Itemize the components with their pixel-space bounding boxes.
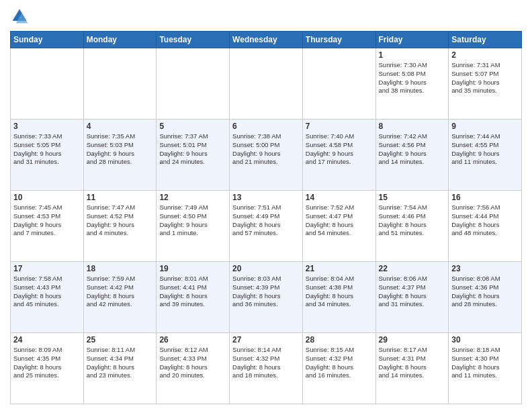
day-number: 13 [232,193,300,202]
day-number: 8 [379,122,446,131]
day-info: Sunrise: 7:40 AM Sunset: 4:58 PM Dayligh… [306,132,373,167]
day-number: 19 [159,264,226,273]
logo [10,7,32,26]
calendar-cell: 24Sunrise: 8:09 AM Sunset: 4:35 PM Dayli… [11,333,84,404]
day-info: Sunrise: 8:01 AM Sunset: 4:41 PM Dayligh… [159,275,226,309]
calendar-cell: 17Sunrise: 7:58 AM Sunset: 4:43 PM Dayli… [11,262,84,333]
calendar-cell: 11Sunrise: 7:47 AM Sunset: 4:52 PM Dayli… [83,191,157,262]
day-info: Sunrise: 7:47 AM Sunset: 4:52 PM Dayligh… [87,203,154,238]
day-info: Sunrise: 8:04 AM Sunset: 4:38 PM Dayligh… [306,275,373,309]
day-info: Sunrise: 8:03 AM Sunset: 4:39 PM Dayligh… [232,275,300,309]
calendar-cell: 7Sunrise: 7:40 AM Sunset: 4:58 PM Daylig… [302,120,375,191]
day-info: Sunrise: 8:18 AM Sunset: 4:30 PM Dayligh… [451,346,519,380]
calendar-cell: 2Sunrise: 7:31 AM Sunset: 5:07 PM Daylig… [449,48,522,120]
calendar-week-row: 17Sunrise: 7:58 AM Sunset: 4:43 PM Dayli… [11,262,522,333]
day-number: 16 [451,193,519,202]
day-number: 18 [87,264,154,273]
day-number: 25 [87,335,154,345]
calendar-cell: 26Sunrise: 8:12 AM Sunset: 4:33 PM Dayli… [157,333,230,404]
calendar-cell: 13Sunrise: 7:51 AM Sunset: 4:49 PM Dayli… [230,191,303,262]
calendar-header-monday: Monday [83,32,157,48]
calendar-cell [230,48,303,120]
day-number: 1 [379,50,446,60]
day-info: Sunrise: 7:37 AM Sunset: 5:01 PM Dayligh… [159,132,226,167]
day-info: Sunrise: 7:30 AM Sunset: 5:08 PM Dayligh… [379,61,446,95]
day-number: 2 [451,50,519,60]
calendar-cell: 8Sunrise: 7:42 AM Sunset: 4:56 PM Daylig… [375,120,449,191]
calendar-cell [11,48,84,120]
day-info: Sunrise: 8:09 AM Sunset: 4:35 PM Dayligh… [13,346,81,380]
calendar-week-row: 3Sunrise: 7:33 AM Sunset: 5:05 PM Daylig… [11,120,522,191]
calendar-week-row: 1Sunrise: 7:30 AM Sunset: 5:08 PM Daylig… [11,48,522,120]
calendar-cell [83,48,157,120]
day-info: Sunrise: 7:59 AM Sunset: 4:42 PM Dayligh… [87,275,154,309]
calendar-table: SundayMondayTuesdayWednesdayThursdayFrid… [10,31,522,404]
day-number: 30 [451,335,519,345]
day-info: Sunrise: 8:14 AM Sunset: 4:32 PM Dayligh… [232,346,300,380]
calendar-cell [302,48,375,120]
calendar-cell: 5Sunrise: 7:37 AM Sunset: 5:01 PM Daylig… [157,120,230,191]
calendar-cell: 10Sunrise: 7:45 AM Sunset: 4:53 PM Dayli… [11,191,84,262]
day-number: 26 [159,335,226,345]
day-number: 15 [379,193,446,202]
day-number: 22 [379,264,446,273]
calendar-cell: 9Sunrise: 7:44 AM Sunset: 4:55 PM Daylig… [449,120,522,191]
page: SundayMondayTuesdayWednesdayThursdayFrid… [0,0,532,411]
day-number: 24 [13,335,81,345]
day-info: Sunrise: 7:31 AM Sunset: 5:07 PM Dayligh… [451,61,519,95]
day-info: Sunrise: 8:11 AM Sunset: 4:34 PM Dayligh… [87,346,154,380]
calendar-cell: 21Sunrise: 8:04 AM Sunset: 4:38 PM Dayli… [302,262,375,333]
calendar-cell: 1Sunrise: 7:30 AM Sunset: 5:08 PM Daylig… [375,48,449,120]
calendar-cell: 14Sunrise: 7:52 AM Sunset: 4:47 PM Dayli… [302,191,375,262]
calendar-week-row: 24Sunrise: 8:09 AM Sunset: 4:35 PM Dayli… [11,333,522,404]
calendar-cell: 18Sunrise: 7:59 AM Sunset: 4:42 PM Dayli… [83,262,157,333]
calendar-cell: 23Sunrise: 8:08 AM Sunset: 4:36 PM Dayli… [449,262,522,333]
day-info: Sunrise: 7:45 AM Sunset: 4:53 PM Dayligh… [13,203,81,238]
calendar-cell: 20Sunrise: 8:03 AM Sunset: 4:39 PM Dayli… [230,262,303,333]
calendar-cell: 4Sunrise: 7:35 AM Sunset: 5:03 PM Daylig… [83,120,157,191]
header [10,7,522,26]
calendar-cell: 29Sunrise: 8:17 AM Sunset: 4:31 PM Dayli… [375,333,449,404]
day-info: Sunrise: 7:42 AM Sunset: 4:56 PM Dayligh… [379,132,446,167]
calendar-cell: 28Sunrise: 8:15 AM Sunset: 4:32 PM Dayli… [302,333,375,404]
day-info: Sunrise: 7:54 AM Sunset: 4:46 PM Dayligh… [379,203,446,238]
day-info: Sunrise: 8:17 AM Sunset: 4:31 PM Dayligh… [379,346,446,380]
calendar-header-saturday: Saturday [449,32,522,48]
logo-icon [10,7,29,26]
day-number: 23 [451,264,519,273]
calendar-cell: 12Sunrise: 7:49 AM Sunset: 4:50 PM Dayli… [157,191,230,262]
day-number: 21 [306,264,373,273]
calendar-header-sunday: Sunday [11,32,84,48]
calendar-cell: 27Sunrise: 8:14 AM Sunset: 4:32 PM Dayli… [230,333,303,404]
day-info: Sunrise: 7:33 AM Sunset: 5:05 PM Dayligh… [13,132,81,167]
day-number: 10 [13,193,81,202]
calendar-cell: 6Sunrise: 7:38 AM Sunset: 5:00 PM Daylig… [230,120,303,191]
calendar-cell [157,48,230,120]
day-number: 9 [451,122,519,131]
day-number: 14 [306,193,373,202]
day-info: Sunrise: 7:35 AM Sunset: 5:03 PM Dayligh… [87,132,154,167]
calendar-header-thursday: Thursday [302,32,375,48]
calendar-cell: 3Sunrise: 7:33 AM Sunset: 5:05 PM Daylig… [11,120,84,191]
day-info: Sunrise: 7:49 AM Sunset: 4:50 PM Dayligh… [159,203,226,238]
calendar-cell: 22Sunrise: 8:06 AM Sunset: 4:37 PM Dayli… [375,262,449,333]
day-number: 29 [379,335,446,345]
day-number: 12 [159,193,226,202]
day-info: Sunrise: 7:51 AM Sunset: 4:49 PM Dayligh… [232,203,300,238]
calendar-cell: 30Sunrise: 8:18 AM Sunset: 4:30 PM Dayli… [449,333,522,404]
day-info: Sunrise: 8:12 AM Sunset: 4:33 PM Dayligh… [159,346,226,380]
day-info: Sunrise: 7:38 AM Sunset: 5:00 PM Dayligh… [232,132,300,167]
day-info: Sunrise: 8:06 AM Sunset: 4:37 PM Dayligh… [379,275,446,309]
calendar-header-row: SundayMondayTuesdayWednesdayThursdayFrid… [11,32,522,48]
calendar-cell: 19Sunrise: 8:01 AM Sunset: 4:41 PM Dayli… [157,262,230,333]
calendar-header-wednesday: Wednesday [230,32,303,48]
calendar-week-row: 10Sunrise: 7:45 AM Sunset: 4:53 PM Dayli… [11,191,522,262]
day-number: 4 [87,122,154,131]
day-number: 20 [232,264,300,273]
calendar-cell: 16Sunrise: 7:56 AM Sunset: 4:44 PM Dayli… [449,191,522,262]
day-info: Sunrise: 7:44 AM Sunset: 4:55 PM Dayligh… [451,132,519,167]
day-number: 17 [13,264,81,273]
day-info: Sunrise: 7:52 AM Sunset: 4:47 PM Dayligh… [306,203,373,238]
day-number: 27 [232,335,300,345]
day-number: 11 [87,193,154,202]
